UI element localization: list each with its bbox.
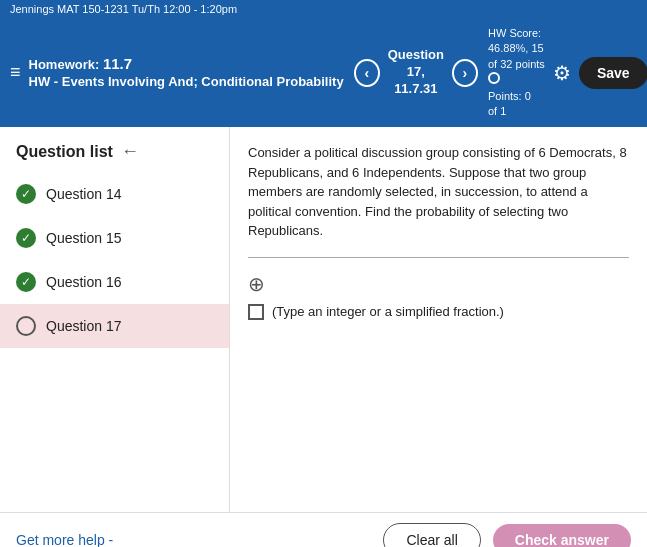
question-text: Consider a political discussion group co… [248, 143, 629, 241]
sidebar-item-q17[interactable]: Question 17 [0, 304, 229, 348]
next-question-button[interactable]: › [452, 59, 478, 87]
prev-question-button[interactable]: ‹ [354, 59, 380, 87]
empty-circle-q17 [16, 316, 36, 336]
check-icon-q15: ✓ [16, 228, 36, 248]
drag-handle-icon[interactable]: ⊕ [248, 272, 629, 296]
hw-title: Homework: 11.7 HW - Events Involving And… [29, 54, 344, 91]
divider [248, 257, 629, 258]
header: ≡ Homework: 11.7 HW - Events Involving A… [0, 18, 647, 127]
nav-center: ‹ Question 17, 11.7.31 › [354, 47, 478, 98]
check-icon-q14: ✓ [16, 184, 36, 204]
get-more-help-link[interactable]: Get more help - [16, 532, 113, 547]
top-bar: Jennings MAT 150-1231 Tu/Th 12:00 - 1:20… [0, 0, 647, 18]
check-icon-q16: ✓ [16, 272, 36, 292]
sidebar-label-q16: Question 16 [46, 274, 122, 290]
sidebar: Question list ← ✓ Question 14 ✓ Question… [0, 127, 230, 512]
sidebar-list: ✓ Question 14 ✓ Question 15 ✓ Question 1… [0, 172, 229, 348]
hw-number: 11.7 [103, 55, 132, 72]
sidebar-label-q17: Question 17 [46, 318, 122, 334]
gear-icon[interactable]: ⚙ [553, 61, 571, 85]
hw-score: HW Score: 46.88%, 15 of 32 points Points… [488, 26, 545, 119]
clear-all-button[interactable]: Clear all [383, 523, 480, 547]
sidebar-label-q15: Question 15 [46, 230, 122, 246]
question-label: Question 17, 11.7.31 [386, 47, 446, 98]
answer-checkbox[interactable] [248, 304, 264, 320]
bottom-actions: Clear all Check answer [383, 523, 631, 547]
course-info: Jennings MAT 150-1231 Tu/Th 12:00 - 1:20… [10, 3, 237, 15]
sidebar-item-q15[interactable]: ✓ Question 15 [0, 216, 229, 260]
header-right: HW Score: 46.88%, 15 of 32 points Points… [488, 26, 647, 119]
points-circle [488, 72, 500, 84]
save-button[interactable]: Save [579, 57, 647, 89]
answer-hint: (Type an integer or a simplified fractio… [272, 304, 504, 319]
hw-label: Homework: [29, 57, 100, 72]
sidebar-title: Question list [16, 143, 113, 161]
header-left: ≡ Homework: 11.7 HW - Events Involving A… [10, 54, 344, 91]
collapse-icon[interactable]: ← [121, 141, 139, 162]
question-area: Consider a political discussion group co… [230, 127, 647, 512]
hamburger-icon[interactable]: ≡ [10, 62, 21, 83]
bottom-bar: Get more help - Clear all Check answer [0, 512, 647, 547]
main-content: Question list ← ✓ Question 14 ✓ Question… [0, 127, 647, 512]
hw-subtitle: HW - Events Involving And; Conditional P… [29, 74, 344, 91]
sidebar-item-q16[interactable]: ✓ Question 16 [0, 260, 229, 304]
answer-row: (Type an integer or a simplified fractio… [248, 304, 629, 320]
check-answer-button[interactable]: Check answer [493, 524, 631, 547]
sidebar-header: Question list ← [0, 127, 229, 172]
sidebar-item-q14[interactable]: ✓ Question 14 [0, 172, 229, 216]
sidebar-label-q14: Question 14 [46, 186, 122, 202]
